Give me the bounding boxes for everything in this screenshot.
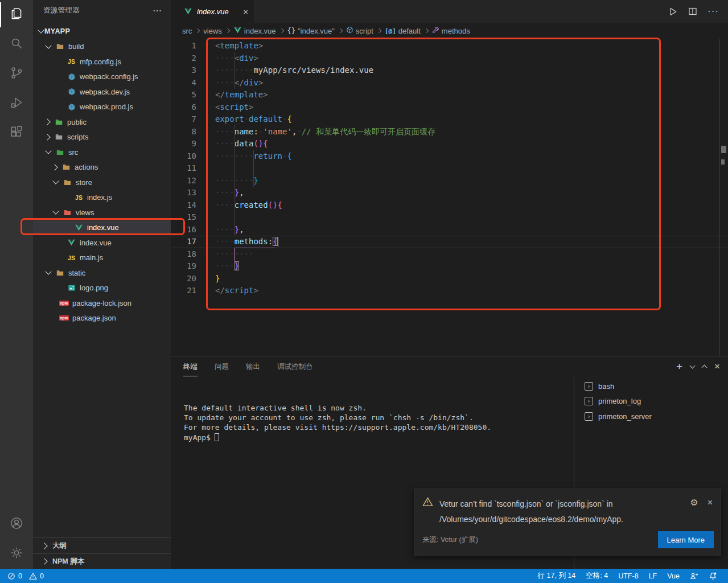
tree-item-build[interactable]: build <box>33 39 171 55</box>
code-line-12[interactable]: 12········} <box>171 175 728 187</box>
gear-icon[interactable]: ⚙ <box>690 498 698 507</box>
code-line-7[interactable]: 7export·default·{ <box>171 113 728 126</box>
activity-source-control[interactable] <box>0 59 33 89</box>
activity-account[interactable] <box>0 510 33 539</box>
tree-item-public[interactable]: public <box>33 114 171 130</box>
play-icon[interactable] <box>668 7 678 17</box>
tree-item-static[interactable]: static <box>33 265 171 281</box>
notification-source: 来源: Vetur (扩展) <box>422 535 478 545</box>
code-line-14[interactable]: 14····created(){ <box>171 199 728 212</box>
tree-item-views[interactable]: views <box>33 205 171 220</box>
breadcrumb-separator <box>195 28 200 33</box>
terminal-instance-primeton_log[interactable]: ›primeton_log <box>585 394 728 409</box>
tree-item-src[interactable]: src <box>33 145 171 160</box>
plus-icon[interactable]: + <box>676 363 682 371</box>
status-cursor-position[interactable]: 行 17, 列 14 <box>533 569 581 583</box>
sidebar-section-NPM 脚本[interactable]: NPM 脚本 <box>33 553 171 569</box>
breadcrumb-index.vue[interactable]: {}"index.vue" <box>287 27 335 35</box>
code-line-6[interactable]: 6<script> <box>171 101 728 114</box>
status-language-mode[interactable]: Vue <box>662 569 685 583</box>
line-number: 2 <box>171 52 204 65</box>
activity-run-debug[interactable] <box>0 89 33 118</box>
code-line-2[interactable]: 2····<div> <box>171 52 728 65</box>
tree-item-index.vue[interactable]: index.vue <box>33 220 171 236</box>
code-line-10[interactable]: 10········return·{ <box>171 150 728 163</box>
status-warnings[interactable]: 0 <box>27 569 46 583</box>
tree-item-actions[interactable]: actions <box>33 160 171 175</box>
code-line-11[interactable]: 11 <box>171 162 728 175</box>
tree-item-store[interactable]: store <box>33 175 171 190</box>
close-icon[interactable]: × <box>243 7 248 17</box>
code-line-18[interactable]: 18········ <box>171 248 728 261</box>
code-line-4[interactable]: 4····</div> <box>171 77 728 89</box>
close-icon[interactable]: × <box>708 498 713 507</box>
tree-item-webpack.dev.js[interactable]: webpack.dev.js <box>33 84 171 100</box>
code-line-16[interactable]: 16····}, <box>171 224 728 236</box>
code-line-1[interactable]: 1<template> <box>171 40 728 52</box>
code-line-17[interactable]: 17····methods:{ <box>171 236 728 248</box>
code-line-8[interactable]: 8····name:·'name',·// 和菜单代码一致即可开启页面缓存 <box>171 126 728 138</box>
minimap[interactable] <box>719 39 720 356</box>
code-line-5[interactable]: 5</template> <box>171 89 728 101</box>
activity-extensions[interactable] <box>0 118 33 148</box>
close-icon[interactable]: × <box>714 361 720 372</box>
code-line-20[interactable]: 20} <box>171 273 728 285</box>
panel-tab-输出[interactable]: 输出 <box>246 357 260 376</box>
chevron-down-icon[interactable] <box>690 366 694 368</box>
panel-tab-问题[interactable]: 问题 <box>215 357 229 376</box>
split-icon[interactable] <box>688 7 697 16</box>
activity-explorer[interactable] <box>0 0 33 30</box>
code-line-13[interactable]: 13····}, <box>171 187 728 199</box>
status-eol[interactable]: LF <box>644 569 663 583</box>
breadcrumb-separator <box>338 28 343 33</box>
terminal-instance-primeton_server[interactable]: ›primeton_server <box>585 409 728 424</box>
terminal-instance-bash[interactable]: ›bash <box>585 379 728 394</box>
breadcrumb-separator <box>279 28 283 33</box>
status-feedback[interactable] <box>685 569 704 583</box>
breadcrumb-index.vue[interactable]: index.vue <box>233 26 276 36</box>
code-line-9[interactable]: 9····data(){ <box>171 138 728 150</box>
activity-search[interactable] <box>0 30 33 59</box>
code-line-21[interactable]: 21</script> <box>171 285 728 297</box>
line-number: 7 <box>171 113 204 126</box>
panel-tab-调试控制台[interactable]: 调试控制台 <box>277 357 313 376</box>
breadcrumb-views[interactable]: views <box>203 27 222 35</box>
learn-more-button[interactable]: Learn More <box>658 531 714 548</box>
tree-item-index.vue[interactable]: index.vue <box>33 235 171 251</box>
sidebar-section-大纲[interactable]: 大纲 <box>33 538 171 553</box>
breadcrumb-src[interactable]: src <box>182 27 192 35</box>
breadcrumb-methods[interactable]: methods <box>432 26 470 35</box>
debug-icon <box>9 95 24 112</box>
activity-settings[interactable] <box>0 539 33 569</box>
status-errors[interactable]: 0 <box>6 569 24 583</box>
tree-item-webpack.prod.js[interactable]: webpack.prod.js <box>33 100 171 115</box>
tree-item-mfp.config.js[interactable]: JSmfp.config.js <box>33 54 171 69</box>
bracket-pair-guide <box>235 248 275 248</box>
ellipsis-icon[interactable]: ··· <box>708 6 719 17</box>
status-indentation[interactable]: 空格: 4 <box>581 569 613 583</box>
code-line-19[interactable]: 19····} <box>171 260 728 273</box>
breadcrumb-default[interactable]: [@]default <box>385 27 421 35</box>
tree-item-main.js[interactable]: JSmain.js <box>33 251 171 266</box>
npm-icon: npm <box>59 298 69 307</box>
status-notifications[interactable] <box>704 569 722 583</box>
tree-item-package.json[interactable]: npmpackage.json <box>33 311 171 326</box>
tree-item-logo.png[interactable]: logo.png <box>33 281 171 296</box>
breadcrumb-script[interactable]: script <box>346 26 373 35</box>
chevron-up-icon[interactable] <box>702 364 706 369</box>
tree-item-webpack.config.js[interactable]: webpack.config.js <box>33 69 171 85</box>
code-line-15[interactable]: 15 <box>171 211 728 224</box>
folder-scripts-icon <box>54 133 64 142</box>
image-icon <box>67 284 76 293</box>
panel-tab-终端[interactable]: 终端 <box>183 357 198 376</box>
tree-item-index.js[interactable]: JSindex.js <box>33 190 171 206</box>
folder-plain-icon <box>63 178 72 187</box>
code-line-3[interactable]: 3········myApp/src/views/index.vue <box>171 64 728 77</box>
tree-item-scripts[interactable]: scripts <box>33 130 171 145</box>
status-encoding[interactable]: UTF-8 <box>613 569 643 583</box>
tab-index-vue[interactable]: index.vue × <box>171 0 254 23</box>
code-editor[interactable]: 1<template>2····<div>3········myApp/src/… <box>171 39 728 356</box>
tree-item-package-lock.json[interactable]: npmpackage-lock.json <box>33 295 171 311</box>
tree-item-myapp[interactable]: MYAPP <box>33 24 171 39</box>
more-actions-icon[interactable]: ⋯ <box>153 5 163 16</box>
